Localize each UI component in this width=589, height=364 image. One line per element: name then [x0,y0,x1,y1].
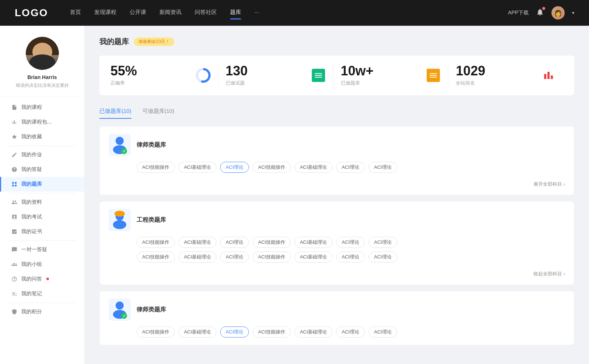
bar-3 [551,75,553,79]
question-icon [11,166,18,173]
nav-discover[interactable]: 发现课程 [94,9,116,17]
group-icon [11,261,18,268]
sidebar-item-myqa[interactable]: 我的问答 [0,272,84,286]
sidebar-item-qa[interactable]: 我的答疑 [0,162,84,177]
doc-line-o2 [430,75,437,76]
nav-news[interactable]: 新闻资讯 [159,9,181,17]
trial-badge: 体验剩余23天！ [134,38,174,46]
user-avatar-nav[interactable]: 👩 [551,6,565,19]
sidebar-label-package: 我的课程包... [21,119,52,125]
tag-2-5[interactable]: ACI基础理论 [294,237,333,248]
tag-2b-4[interactable]: ACI技能操作 [253,251,291,263]
logo[interactable]: LOGO [15,7,48,19]
engineer-icon-2 [109,209,131,231]
sidebar-item-notes[interactable]: 我的笔记 [0,286,84,301]
people-icon [11,199,18,206]
qbank-footer-1: 展开全部科目 › [109,177,565,188]
cert-icon [11,228,18,235]
collapse-link-2[interactable]: 收起全部科目 › [533,271,565,277]
sidebar-label-homework: 我的作业 [21,151,42,158]
sidebar-item-questionbank[interactable]: 我的题库 [0,177,84,192]
bar-chart [544,72,553,79]
tag-1-5[interactable]: ACI基础理论 [294,162,333,173]
tag-3-7[interactable]: ACI理论 [368,326,397,338]
qbank-card-lawyer-2: ✓ 律师类题库 ACI技能操作 ACI基础理论 ACI理论 ACI技能操作 AC… [99,291,574,345]
sidebar-label-myqa: 我的问答 [21,276,42,282]
qbank-tags-2b: ACI技能操作 ACI基础理论 ACI理论 ACI技能操作 ACI基础理论 AC… [109,251,565,263]
sidebar-label-certificate: 我的证书 [21,228,42,235]
sidebar-item-exam[interactable]: 我的考试 [0,210,84,224]
sidebar-item-package[interactable]: 我的课程包... [0,115,84,129]
sidebar-item-certificate[interactable]: 我的证书 [0,224,84,239]
qbank-header-2: 工程类题库 [109,209,565,231]
tag-2-3[interactable]: ACI理论 [220,237,249,248]
tag-3-6[interactable]: ACI理论 [336,326,365,338]
expand-link-1[interactable]: 展开全部科目 › [533,181,565,188]
stat-rank-group: 1029 全站排名 [456,64,536,86]
sidebar-item-oneonone[interactable]: 一对一答疑 [0,242,84,257]
doc-line-o3 [430,77,437,78]
tag-2-4[interactable]: ACI技能操作 [253,237,291,248]
sidebar-item-points[interactable]: 我的积分 [0,304,84,319]
tag-2-6[interactable]: ACI理论 [336,237,365,248]
tag-2-1[interactable]: ACI技能操作 [137,237,175,248]
pie-chart [196,68,211,83]
app-download-link[interactable]: APP下载 [508,10,529,16]
tag-2b-1[interactable]: ACI技能操作 [137,251,175,263]
notification-bell[interactable] [536,8,544,18]
nav-more[interactable]: ··· [254,9,259,17]
user-avatar[interactable] [26,37,59,70]
notification-badge [542,7,545,10]
nav-qa[interactable]: 问答社区 [195,9,217,17]
navbar-right: APP下载 👩 ▾ [508,6,574,19]
qbank-header-3: ✓ 律师类题库 [109,299,565,321]
tag-3-5[interactable]: ACI基础理论 [294,326,333,338]
qbank-footer-2: 收起全部科目 › [109,267,565,277]
sidebar-item-homework[interactable]: 我的作业 [0,147,84,162]
tag-2-7[interactable]: ACI理论 [368,237,397,248]
nav-home[interactable]: 首页 [70,9,81,17]
tag-3-2[interactable]: ACI基础理论 [179,326,217,338]
user-menu-chevron[interactable]: ▾ [572,10,574,15]
tag-1-7[interactable]: ACI理论 [368,162,397,173]
tag-1-3[interactable]: ACI理论 [220,162,249,173]
page-title: 我的题库 [99,37,129,47]
tag-2b-2[interactable]: ACI基础理论 [179,251,217,263]
tag-1-4[interactable]: ACI技能操作 [253,162,291,173]
sidebar-label-group: 我的小组 [21,261,42,268]
edit-icon [11,151,18,158]
tag-3-3[interactable]: ACI理论 [220,326,249,338]
stat-banks-group: 10w+ 已做题库 [341,64,421,86]
tag-2-2[interactable]: ACI基础理论 [179,237,217,248]
main-content: 我的题库 体验剩余23天！ 55% 正确率 130 已做试题 [85,26,589,364]
tag-1-1[interactable]: ACI技能操作 [137,162,175,173]
nav-public[interactable]: 公开课 [130,9,146,17]
tab-available[interactable]: 可做题库(10) [142,104,174,118]
svg-text:✓: ✓ [123,149,126,153]
sidebar-item-favorites[interactable]: 我的收藏 [0,129,84,144]
tab-done[interactable]: 已做题库(10) [99,104,131,118]
tabs-container: 已做题库(10) 可做题库(10) [99,104,574,119]
qbank-title-1: 律师类题库 [137,141,166,149]
tag-3-1[interactable]: ACI技能操作 [137,326,175,338]
sidebar-label-data: 我的资料 [21,199,42,206]
lawyer-icon-1: ✓ [109,134,131,156]
tag-1-2[interactable]: ACI基础理论 [179,162,217,173]
tag-2b-3[interactable]: ACI理论 [220,251,249,263]
sidebar-item-data[interactable]: 我的资料 [0,195,84,210]
tag-3-4[interactable]: ACI技能操作 [253,326,291,338]
nav-questionbank[interactable]: 题库 [230,9,241,17]
stat-banks-label: 已做题库 [341,80,421,86]
qbank-tags-2: ACI技能操作 ACI基础理论 ACI理论 ACI技能操作 ACI基础理论 AC… [109,237,565,248]
qbank-card-engineer: 工程类题库 ACI技能操作 ACI基础理论 ACI理论 ACI技能操作 ACI基… [99,201,574,285]
tag-2b-5[interactable]: ACI基础理论 [294,251,333,263]
tag-1-6[interactable]: ACI理论 [336,162,365,173]
sidebar-item-group[interactable]: 我的小组 [0,257,84,272]
sidebar-item-course[interactable]: 我的课程 [0,100,84,115]
tag-2b-7[interactable]: ACI理论 [368,251,397,263]
doc-line-3 [315,77,322,78]
doc-lines [315,73,322,78]
qbank-header-1: ✓ 律师类题库 [109,134,565,156]
svg-point-0 [116,137,124,145]
tag-2b-6[interactable]: ACI理论 [336,251,365,263]
